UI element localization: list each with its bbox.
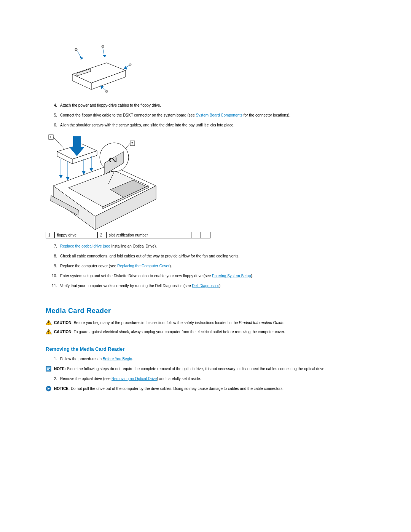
text-segment: ). — [169, 264, 172, 268]
chassis-illustration-icon: 2 1 2 — [46, 133, 160, 230]
step-number: 2. — [49, 376, 60, 382]
svg-rect-23 — [48, 324, 49, 324]
caution-icon — [46, 320, 53, 325]
note-lead: NOTE: — [54, 367, 67, 371]
text-segment: Before you begin any of the procedures i… — [74, 321, 239, 325]
svg-rect-26 — [48, 333, 49, 334]
step-text: Align the shoulder screws with the screw… — [60, 123, 365, 128]
svg-rect-22 — [48, 321, 49, 323]
step-number: 7. — [49, 244, 60, 249]
step-number: 11. — [49, 283, 60, 289]
text-segment: ). — [251, 274, 253, 278]
step-6: 6. Align the shoulder screws with the sc… — [49, 123, 365, 128]
note-text: NOTE: Since the following steps do not r… — [54, 366, 365, 372]
notice-lead: NOTICE: — [54, 387, 71, 391]
step-text: Connect the floppy drive cable to the DS… — [60, 113, 365, 118]
link-replacing-computer-cover[interactable]: Replacing the Computer Cover — [117, 264, 169, 268]
step-text: Enter system setup and set the Diskette … — [60, 273, 365, 279]
link-system-board-components[interactable]: System Board Components — [196, 113, 242, 117]
notice-icon — [46, 386, 53, 391]
svg-marker-6 — [124, 66, 127, 69]
caution-lead: CAUTION: — [54, 321, 74, 325]
text-segment: ) and carefully set it aside. — [157, 377, 201, 381]
svg-marker-13 — [90, 168, 93, 171]
caution-box: CAUTION: To guard against electrical sho… — [46, 329, 365, 335]
step-11: 11. Verify that your computer works corr… — [49, 283, 365, 289]
text-segment: Remove the optical drive (see — [60, 377, 112, 381]
mcr-step-1: 1. Follow the procedures in Before You B… — [49, 356, 365, 362]
link-before-you-begin[interactable]: Before You Begin — [103, 357, 132, 361]
svg-point-1 — [75, 48, 77, 51]
figure-floppy-drive-screws — [61, 38, 365, 95]
text-segment: Connect the floppy drive cable to the DS… — [60, 113, 196, 117]
svg-marker-2 — [80, 57, 83, 59]
text-segment: Do not pull the drive out of the compute… — [71, 387, 284, 391]
figure-chassis-bay: 2 1 2 — [46, 133, 365, 230]
svg-point-7 — [105, 90, 108, 93]
step-text: Check all cable connections, and fold ca… — [60, 254, 365, 259]
text-segment: Follow the procedures in — [60, 357, 103, 361]
step-8: 8. Check all cable connections, and fold… — [49, 254, 365, 259]
step-number: 4. — [49, 103, 60, 108]
step-text: Verify that your computer works correctl… — [60, 283, 365, 289]
product-info-guide-ref: Product Information Guide — [239, 321, 284, 325]
section-heading-media-card-reader: Media Card Reader — [46, 307, 365, 315]
svg-text:2: 2 — [107, 157, 119, 163]
step-number: 5. — [49, 113, 60, 118]
callout-label-1: 1 — [50, 135, 52, 139]
caution-box: CAUTION: Before you begin any of the pro… — [46, 320, 365, 326]
svg-point-5 — [129, 64, 131, 66]
notice-text: NOTICE: Do not pull the drive out of the… — [54, 386, 365, 391]
text-segment: Installing an Optical Drive). — [112, 244, 157, 248]
caution-text: CAUTION: To guard against electrical sho… — [54, 329, 365, 335]
caution-text: CAUTION: Before you begin any of the pro… — [54, 320, 365, 326]
text-segment: for the connector locations). — [242, 113, 290, 117]
note-icon — [46, 366, 53, 372]
callout-empty — [201, 232, 210, 238]
floppy-drive-illustration-icon — [61, 38, 133, 95]
svg-line-20 — [126, 143, 130, 149]
step-text: Replace the computer cover (see Replacin… — [60, 264, 365, 269]
callout-empty — [191, 232, 201, 238]
text-segment: To guard against electrical shock, alway… — [74, 330, 285, 334]
svg-marker-8 — [100, 86, 104, 89]
svg-marker-10 — [59, 175, 62, 178]
svg-marker-4 — [103, 55, 106, 57]
svg-point-3 — [102, 45, 104, 48]
svg-rect-25 — [48, 331, 49, 332]
text-segment: . — [284, 321, 285, 325]
document-page: 4. Attach the power and floppy-drive cab… — [0, 0, 411, 510]
link-dell-diagnostics[interactable]: Dell Diagnostics — [192, 284, 219, 288]
step-number: 9. — [49, 264, 60, 269]
subsection-heading-removing-mcr: Removing the Media Card Reader — [46, 346, 365, 352]
text-segment: Since the following steps do not require… — [67, 367, 325, 371]
step-7: 7. Replace the optical drive (see Instal… — [49, 244, 365, 249]
text-segment: Replace the computer cover (see — [60, 264, 117, 268]
callout-table: 1 floppy drive 2 slot verification numbe… — [46, 232, 210, 238]
step-text: Replace the optical drive (see Installin… — [60, 244, 365, 249]
callout-num: 2 — [98, 232, 107, 238]
callout-num: 1 — [46, 232, 55, 238]
step-number: 10. — [49, 273, 60, 279]
mcr-step-2: 2. Remove the optical drive (see Removin… — [49, 376, 365, 382]
text-segment: Enter system setup and set the Diskette … — [60, 274, 212, 278]
callout-label: slot verification number — [107, 232, 191, 238]
text-segment: . — [132, 357, 133, 361]
link-removing-optical-drive[interactable]: Removing an Optical Drive — [112, 377, 157, 381]
step-10: 10. Enter system setup and set the Diske… — [49, 273, 365, 279]
svg-marker-12 — [82, 171, 85, 174]
step-number: 1. — [49, 356, 60, 362]
step-4: 4. Attach the power and floppy-drive cab… — [49, 103, 365, 108]
notice-box: NOTICE: Do not pull the drive out of the… — [46, 386, 365, 391]
callout-label-2: 2 — [131, 141, 133, 145]
table-row: 1 floppy drive 2 slot verification numbe… — [46, 232, 210, 238]
svg-marker-11 — [66, 177, 69, 180]
step-text: Follow the procedures in Before You Begi… — [60, 356, 365, 362]
caution-lead: CAUTION: — [54, 330, 74, 334]
link-replace-optical-drive[interactable]: Replace the optical drive (see — [60, 244, 112, 248]
svg-line-18 — [53, 137, 64, 149]
note-box: NOTE: Since the following steps do not r… — [46, 366, 365, 372]
caution-icon — [46, 329, 53, 334]
link-entering-system-setup[interactable]: Entering System Setup — [212, 274, 251, 278]
step-number: 8. — [49, 254, 60, 259]
